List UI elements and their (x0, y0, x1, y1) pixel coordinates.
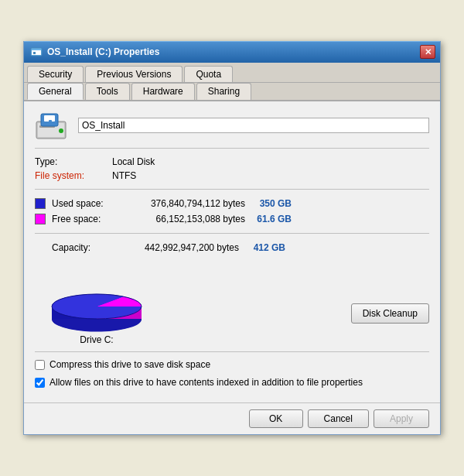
separator-1 (35, 148, 429, 149)
tab-tools[interactable]: Tools (85, 83, 130, 100)
type-label: Type: (35, 156, 112, 167)
svg-rect-9 (49, 120, 52, 125)
close-button[interactable]: ✕ (420, 45, 435, 59)
filesystem-label: File system: (35, 170, 112, 181)
index-row: Allow files on this drive to have conten… (35, 376, 429, 389)
capacity-gb: 412 GB (239, 242, 285, 253)
separator-2 (35, 189, 429, 190)
ok-button[interactable]: OK (249, 409, 303, 428)
tab-quota[interactable]: Quota (184, 66, 233, 82)
cancel-button[interactable]: Cancel (308, 409, 369, 428)
tab-security[interactable]: Security (27, 66, 84, 82)
drive-name-input[interactable] (78, 118, 429, 133)
chart-container: Drive C: (35, 263, 159, 345)
type-row: Type: Local Disk (35, 155, 429, 169)
capacity-bytes: 442,992,947,200 bytes (111, 242, 239, 253)
used-space-row: Used space: 376,840,794,112 bytes 350 GB (35, 196, 429, 211)
chart-area: Drive C: Disk Cleanup (35, 263, 429, 345)
separator-3 (35, 233, 429, 234)
used-space-gb: 350 GB (245, 198, 292, 209)
bottom-buttons: OK Cancel Apply (24, 402, 440, 434)
used-space-label: Used space: (52, 198, 118, 209)
properties-window: OS_Install (C:) Properties ✕ Security Pr… (23, 41, 441, 436)
free-space-label: Free space: (52, 214, 118, 224)
capacity-row: Capacity: 442,992,947,200 bytes 412 GB (35, 240, 429, 255)
window-icon (30, 46, 43, 58)
drive-icon (35, 111, 69, 140)
free-space-bytes: 66,152,153,088 bytes (118, 214, 245, 224)
checkbox-area: Compress this drive to save disk space A… (35, 351, 429, 389)
svg-point-6 (59, 128, 63, 133)
used-space-bytes: 376,840,794,112 bytes (118, 198, 245, 209)
filesystem-value: NTFS (112, 170, 136, 181)
index-checkbox[interactable] (35, 378, 45, 388)
free-space-row: Free space: 66,152,153,088 bytes 61.6 GB (35, 211, 429, 227)
compress-label: Compress this drive to save disk space (49, 358, 210, 372)
disk-cleanup-button[interactable]: Disk Cleanup (351, 303, 429, 324)
svg-rect-2 (33, 52, 36, 54)
tab-sharing[interactable]: Sharing (196, 83, 251, 100)
capacity-label: Capacity: (52, 242, 111, 253)
drive-label: Drive C: (80, 334, 113, 345)
title-bar: OS_Install (C:) Properties ✕ (24, 41, 440, 63)
apply-button[interactable]: Apply (374, 409, 429, 428)
svg-rect-1 (32, 50, 41, 55)
type-value: Local Disk (112, 156, 155, 167)
pie-chart (35, 263, 159, 333)
tab-hardware[interactable]: Hardware (131, 83, 195, 100)
top-tab-row: Security Previous Versions Quota (24, 63, 440, 83)
filesystem-row: File system: NTFS (35, 169, 429, 183)
used-color-box (35, 198, 46, 209)
free-color-box (35, 214, 46, 224)
compress-checkbox[interactable] (35, 360, 45, 370)
index-label: Allow files on this drive to have conten… (49, 376, 363, 389)
tab-general[interactable]: General (27, 83, 84, 100)
drive-name-row (35, 111, 429, 140)
bottom-tab-row: General Tools Hardware Sharing (24, 83, 440, 101)
window-title: OS_Install (C:) Properties (47, 46, 159, 57)
content-area: Type: Local Disk File system: NTFS Used … (24, 101, 440, 403)
free-space-gb: 61.6 GB (245, 214, 292, 224)
compress-row: Compress this drive to save disk space (35, 358, 429, 372)
tab-previous-versions[interactable]: Previous Versions (85, 66, 183, 82)
